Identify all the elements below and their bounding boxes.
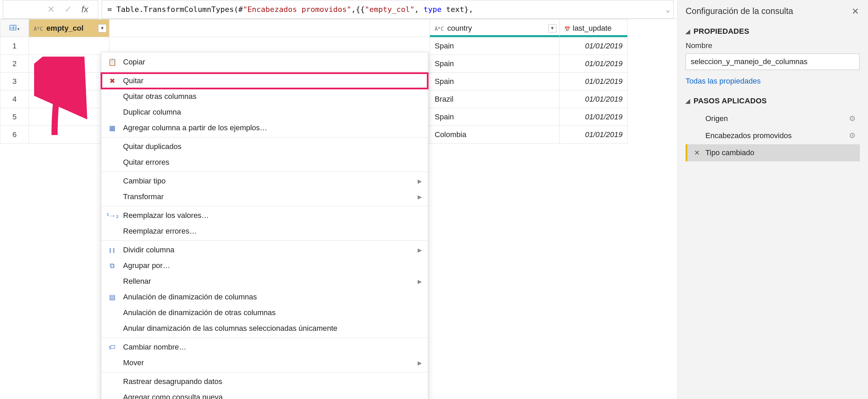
- menu-separator: [101, 372, 428, 372]
- cell-country: Spain: [430, 55, 559, 73]
- menu-item-replace-errors[interactable]: Reemplazar errores…: [101, 223, 428, 239]
- collapse-triangle-icon: ◢: [686, 28, 690, 35]
- menu-item-remove-duplicates[interactable]: Quitar duplicados: [101, 139, 428, 154]
- cell-date: 01/01/2019: [559, 126, 628, 144]
- select-all-corner[interactable]: ▾: [0, 19, 29, 37]
- formula-bar: ✕ ✓ fx = Table.TransformColumnTypes(#"En…: [0, 0, 677, 19]
- cell-country: Brazil: [430, 90, 559, 108]
- column-header-last-update[interactable]: 📅last_update: [559, 19, 628, 37]
- close-icon[interactable]: ✕: [852, 6, 859, 17]
- menu-label: Anulación de dinamización de columnas: [123, 293, 257, 301]
- menu-item-copy[interactable]: 📋Copiar: [101, 54, 428, 70]
- menu-item-add-as-query[interactable]: Agregar como consulta nueva: [101, 389, 428, 399]
- type-icon: AᴮC: [435, 26, 444, 32]
- menu-label: Agregar como consulta nueva: [123, 393, 223, 399]
- column-quality-bar: [559, 35, 627, 37]
- all-properties-link[interactable]: Todas las propiedades: [686, 77, 761, 86]
- formula-token-fn: Table.TransformColumnTypes: [117, 5, 234, 14]
- menu-item-unpivot-others[interactable]: Anulación de dinamización de otras colum…: [101, 305, 428, 321]
- menu-label: Reemplazar los valores…: [123, 211, 209, 220]
- step-label: Origen: [705, 114, 728, 123]
- data-grid-area: ▾ AᴮCempty_col ▼ AᴮCcountry ▼ 📅last_upda…: [0, 19, 677, 399]
- cell-date: 01/01/2019: [559, 37, 628, 55]
- formula-token: ,: [415, 5, 424, 14]
- menu-separator: [101, 71, 428, 72]
- menu-label: Quitar duplicados: [123, 142, 181, 151]
- menu-item-fill[interactable]: Rellenar▶: [101, 274, 428, 289]
- menu-item-drill-down[interactable]: Rastrear desagrupando datos: [101, 374, 428, 389]
- gear-icon[interactable]: ⚙: [849, 131, 856, 140]
- menu-item-split-column[interactable]: ⫿⫿Dividir columna▶: [101, 242, 428, 258]
- row-number: 1: [0, 37, 29, 55]
- column-name: country: [447, 24, 472, 32]
- column-header-empty-col[interactable]: AᴮCempty_col ▼: [29, 19, 109, 37]
- cell-country: Spain: [430, 73, 559, 90]
- menu-item-rename[interactable]: 🏷Cambiar nombre…: [101, 339, 428, 355]
- delete-step-icon[interactable]: ✕: [694, 149, 700, 157]
- column-filter-dropdown[interactable]: ▼: [548, 24, 556, 32]
- applied-step-encabezados[interactable]: Encabezados promovidos⚙: [686, 127, 860, 144]
- query-name-input[interactable]: [686, 54, 859, 70]
- column-filter-dropdown[interactable]: ▼: [98, 24, 106, 32]
- panel-title: Configuración de la consulta: [686, 6, 860, 16]
- cell-country: Spain: [430, 37, 559, 55]
- menu-label: Agregar columna a partir de los ejemplos…: [123, 123, 267, 132]
- column-quality-bar: [430, 35, 559, 37]
- collapse-triangle-icon: ◢: [686, 98, 690, 105]
- applied-steps-section-header[interactable]: ◢PASOS APLICADOS: [686, 97, 860, 105]
- formula-input[interactable]: = Table.TransformColumnTypes(#"Encabezad…: [102, 0, 674, 19]
- datetime-icon: 📅: [564, 26, 570, 32]
- formula-token-id: text: [446, 5, 464, 14]
- step-label: Encabezados promovidos: [705, 131, 792, 140]
- menu-separator: [101, 338, 428, 338]
- formula-token-str: "empty_col": [365, 5, 415, 14]
- menu-item-duplicate[interactable]: Duplicar columna: [101, 104, 428, 120]
- applied-steps-list: Origen⚙ Encabezados promovidos⚙ ✕Tipo ca…: [686, 110, 860, 161]
- column-name: last_update: [573, 24, 612, 32]
- submenu-chevron-icon: ▶: [418, 247, 422, 253]
- menu-item-replace-values[interactable]: ¹→₂Reemplazar los valores…: [101, 208, 428, 223]
- confirm-icon[interactable]: ✓: [64, 4, 72, 15]
- column-header-country[interactable]: AᴮCcountry ▼: [430, 19, 559, 37]
- menu-item-change-type[interactable]: Cambiar tipo▶: [101, 173, 428, 189]
- rename-icon: 🏷: [107, 343, 118, 351]
- menu-label: Mover: [123, 358, 144, 367]
- cell-country: Spain: [430, 108, 559, 126]
- menu-item-remove[interactable]: ✖Quitar: [101, 73, 428, 89]
- menu-item-unpivot-selected[interactable]: Anular dinamización de las columnas sele…: [101, 321, 428, 336]
- step-label: Tipo cambiado: [705, 148, 754, 157]
- menu-label: Duplicar columna: [123, 108, 181, 117]
- formula-token: },: [464, 5, 473, 14]
- menu-label: Rellenar: [123, 277, 151, 286]
- menu-item-remove-errors[interactable]: Quitar errores: [101, 154, 428, 170]
- menu-item-transform[interactable]: Transformar▶: [101, 189, 428, 205]
- cell-date: 01/01/2019: [559, 73, 628, 90]
- formula-bar-buttons: ✕ ✓ fx: [3, 0, 98, 19]
- cell-date: 01/01/2019: [559, 108, 628, 126]
- menu-label: Reemplazar errores…: [123, 227, 197, 236]
- row-number: 6: [0, 126, 29, 144]
- remove-icon: ✖: [107, 77, 118, 85]
- cancel-icon[interactable]: ✕: [47, 4, 55, 15]
- gear-icon[interactable]: ⚙: [849, 114, 856, 123]
- properties-section-header[interactable]: ◢PROPIEDADES: [686, 27, 860, 36]
- menu-label: Copiar: [123, 58, 145, 66]
- applied-step-origen[interactable]: Origen⚙: [686, 110, 860, 127]
- menu-item-group-by[interactable]: ⧉Agrupar por…: [101, 258, 428, 274]
- query-settings-panel: Configuración de la consulta ✕ ◢PROPIEDA…: [677, 0, 868, 399]
- fx-icon[interactable]: fx: [81, 4, 88, 15]
- menu-label: Cambiar nombre…: [123, 343, 186, 352]
- unpivot-icon: ▤: [107, 293, 118, 301]
- menu-separator: [101, 172, 428, 172]
- formula-token: (#: [234, 5, 243, 14]
- menu-item-unpivot[interactable]: ▤Anulación de dinamización de columnas: [101, 289, 428, 305]
- menu-item-add-from-examples[interactable]: ▦Agregar columna a partir de los ejemplo…: [101, 120, 428, 136]
- applied-step-tipo-cambiado[interactable]: ✕Tipo cambiado: [686, 144, 860, 161]
- formula-expand-icon[interactable]: ⌄: [666, 5, 670, 14]
- menu-item-move[interactable]: Mover▶: [101, 355, 428, 371]
- menu-item-remove-others[interactable]: Quitar otras columnas: [101, 89, 428, 104]
- table-icon: [10, 25, 16, 30]
- row-number: 5: [0, 108, 29, 126]
- menu-label: Cambiar tipo: [123, 177, 166, 186]
- formula-token-eq: =: [107, 5, 117, 14]
